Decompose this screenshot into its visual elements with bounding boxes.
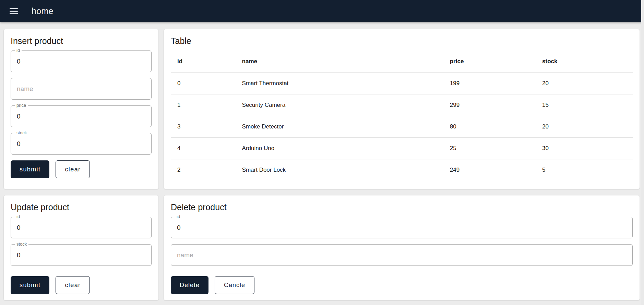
insert-id-input[interactable]	[11, 51, 151, 72]
cell-stock: 15	[536, 94, 633, 116]
cancel-button[interactable]: Cancle	[215, 276, 254, 294]
cell-stock: 20	[536, 72, 633, 94]
cell-name: Security Camera	[236, 94, 443, 116]
cell-price: 80	[443, 116, 536, 137]
insert-stock-input[interactable]	[11, 133, 151, 154]
table-row: 2 Smart Door Lock 249 5	[171, 159, 633, 181]
cell-stock: 20	[536, 116, 633, 137]
hamburger-icon	[10, 8, 18, 9]
content-area: Insert product id price stock submit cle…	[0, 22, 644, 305]
update-product-title: Update product	[11, 202, 152, 212]
table-title: Table	[171, 36, 633, 46]
table-row: 4 Arduino Uno 25 30	[171, 137, 633, 159]
column-header-price: price	[443, 50, 536, 72]
delete-id-input[interactable]	[171, 217, 632, 238]
update-stock-label: stock	[15, 241, 28, 247]
cell-price: 199	[443, 72, 536, 94]
delete-button-row: Delete Cancle	[171, 276, 633, 294]
column-header-stock: stock	[536, 50, 633, 72]
vertical-scrollbar[interactable]	[641, 0, 644, 305]
products-table: id name price stock 0 Smart Thermostat 1…	[171, 50, 633, 181]
update-id-label: id	[15, 214, 22, 219]
insert-price-label: price	[15, 103, 28, 108]
update-clear-button[interactable]: clear	[56, 276, 90, 294]
cell-id: 1	[171, 94, 236, 116]
update-stock-input[interactable]	[11, 245, 151, 266]
cell-price: 299	[443, 94, 536, 116]
app-bar: home	[0, 0, 644, 22]
cell-id: 0	[171, 72, 236, 94]
cell-id: 2	[171, 159, 236, 181]
update-product-card: Update product id stock submit clear	[3, 195, 159, 301]
insert-clear-button[interactable]: clear	[56, 160, 90, 178]
insert-stock-field: stock	[11, 133, 152, 155]
cell-name: Smoke Detector	[236, 116, 443, 137]
cell-id: 4	[171, 137, 236, 159]
insert-stock-label: stock	[15, 130, 28, 136]
page-title: home	[32, 6, 53, 16]
table-header-row: id name price stock	[171, 50, 633, 72]
update-id-input[interactable]	[11, 217, 151, 238]
insert-id-label: id	[15, 48, 22, 53]
insert-price-input[interactable]	[11, 106, 151, 127]
cell-name: Smart Thermostat	[236, 72, 443, 94]
insert-submit-button[interactable]: submit	[11, 160, 49, 178]
update-id-field: id	[11, 217, 152, 238]
table-row: 1 Security Camera 299 15	[171, 94, 633, 116]
insert-name-field	[11, 78, 152, 100]
update-stock-field: stock	[11, 244, 152, 266]
table-row: 3 Smoke Detector 80 20	[171, 116, 633, 137]
delete-name-field	[171, 244, 633, 266]
insert-button-row: submit clear	[11, 160, 152, 178]
update-submit-button[interactable]: submit	[11, 276, 49, 294]
delete-product-card: Delete product id Delete Cancle	[164, 195, 640, 301]
cell-price: 249	[443, 159, 536, 181]
cell-price: 25	[443, 137, 536, 159]
cell-id: 3	[171, 116, 236, 137]
delete-product-title: Delete product	[171, 202, 633, 212]
column-header-id: id	[171, 50, 236, 72]
insert-price-field: price	[11, 105, 152, 127]
cell-name: Arduino Uno	[236, 137, 443, 159]
column-header-name: name	[236, 50, 443, 72]
table-card: Table id name price stock 0 Smart Thermo…	[164, 29, 640, 189]
table-row: 0 Smart Thermostat 199 20	[171, 72, 633, 94]
cell-stock: 30	[536, 137, 633, 159]
delete-id-field: id	[171, 217, 633, 238]
insert-product-title: Insert product	[11, 36, 152, 46]
cell-stock: 5	[536, 159, 633, 181]
update-button-row: submit clear	[11, 276, 152, 294]
delete-name-input[interactable]	[171, 245, 632, 266]
insert-name-input[interactable]	[11, 78, 151, 99]
insert-product-card: Insert product id price stock submit cle…	[3, 29, 159, 189]
hamburger-menu-button[interactable]	[6, 3, 21, 19]
delete-button[interactable]: Delete	[171, 276, 208, 294]
cell-name: Smart Door Lock	[236, 159, 443, 181]
insert-id-field: id	[11, 50, 152, 72]
delete-id-label: id	[175, 214, 182, 219]
